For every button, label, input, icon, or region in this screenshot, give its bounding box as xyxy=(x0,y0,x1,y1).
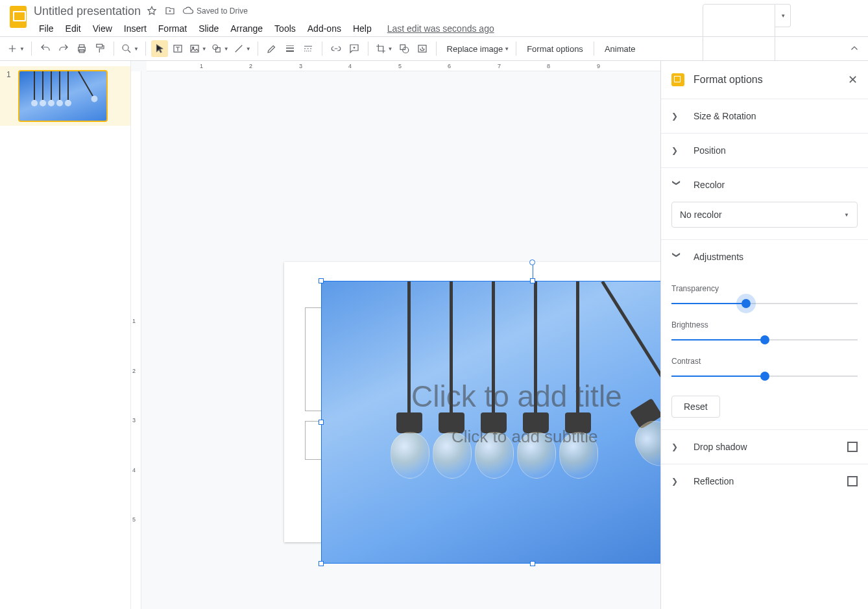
resize-handle-t[interactable] xyxy=(530,278,535,283)
document-title[interactable]: Untitled presentation xyxy=(34,5,141,18)
image-tool[interactable]: ▼ xyxy=(187,40,208,57)
image-surface: Click to add title Click to add subtitle xyxy=(322,281,660,563)
redo-button[interactable] xyxy=(55,40,72,57)
link-button[interactable] xyxy=(328,40,344,57)
svg-rect-7 xyxy=(97,44,102,47)
contrast-slider[interactable] xyxy=(671,370,858,383)
replace-image-button[interactable]: Replace image▼ xyxy=(442,40,511,57)
section-size-rotation[interactable]: ❯ Size & Rotation xyxy=(661,99,868,133)
menu-insert[interactable]: Insert xyxy=(119,21,152,36)
menu-arrange[interactable]: Arrange xyxy=(225,21,268,36)
menu-file[interactable]: File xyxy=(34,21,59,36)
section-position[interactable]: ❯ Position xyxy=(661,134,868,167)
border-weight-button[interactable] xyxy=(282,40,298,57)
star-icon[interactable] xyxy=(146,5,158,17)
rotation-handle[interactable] xyxy=(529,259,535,265)
thumbnail-preview xyxy=(18,70,108,122)
recolor-select[interactable]: No recolor▼ xyxy=(671,202,858,228)
crop-button[interactable]: ▼ xyxy=(374,40,394,57)
chevron-right-icon: ❯ xyxy=(671,477,682,486)
chevron-down-icon: ❯ xyxy=(672,180,681,190)
reset-image-button[interactable] xyxy=(414,40,431,57)
shape-tool[interactable]: ▼ xyxy=(210,40,230,57)
contrast-label: Contrast xyxy=(671,357,858,366)
menu-format[interactable]: Format xyxy=(153,21,192,36)
toolbar: ▼ ▼ ▼ ▼ ▼ ▼ Replace image▼ Format option… xyxy=(0,36,868,61)
new-slide-button[interactable]: ▼ xyxy=(5,40,26,57)
slide-thumbnail-1[interactable]: 1 xyxy=(0,66,130,126)
svg-point-15 xyxy=(402,47,408,53)
resize-handle-l[interactable] xyxy=(319,420,324,425)
svg-rect-10 xyxy=(191,45,199,53)
filmstrip[interactable]: 1 xyxy=(0,61,131,609)
section-adjustments[interactable]: ❯ Adjustments xyxy=(661,240,868,274)
horizontal-ruler: 1 2 3 4 5 6 7 8 9 xyxy=(147,61,660,71)
title-ghost-text: Click to add title xyxy=(411,379,622,414)
slides-logo[interactable] xyxy=(5,4,31,30)
svg-rect-5 xyxy=(79,45,84,47)
chevron-right-icon: ❯ xyxy=(671,146,682,155)
transparency-slider[interactable] xyxy=(671,297,858,310)
menu-addons[interactable]: Add-ons xyxy=(302,21,346,36)
close-panel-button[interactable]: ✕ xyxy=(848,73,858,87)
menu-help[interactable]: Help xyxy=(348,21,377,36)
menu-view[interactable]: View xyxy=(88,21,117,36)
format-options-panel: Format options ✕ ❯ Size & Rotation ❯ Pos… xyxy=(660,61,868,609)
menu-slide[interactable]: Slide xyxy=(193,21,224,36)
mask-button[interactable] xyxy=(396,40,413,57)
menu-bar: File Edit View Insert Format Slide Arran… xyxy=(34,21,631,36)
svg-point-8 xyxy=(123,45,128,51)
animate-button[interactable]: Animate xyxy=(599,40,641,57)
section-reflection[interactable]: ❯ Reflection xyxy=(661,464,868,498)
paint-format-button[interactable] xyxy=(91,40,108,57)
chevron-right-icon: ❯ xyxy=(671,442,682,451)
move-icon[interactable] xyxy=(164,5,176,17)
border-dash-button[interactable] xyxy=(300,40,317,57)
svg-point-12 xyxy=(213,45,218,50)
last-edit-link[interactable]: Last edit was seconds ago xyxy=(387,23,494,34)
reset-button[interactable]: Reset xyxy=(671,396,720,418)
format-options-button[interactable]: Format options xyxy=(522,40,588,57)
section-drop-shadow[interactable]: ❯ Drop shadow xyxy=(661,430,868,464)
menu-edit[interactable]: Edit xyxy=(60,21,86,36)
resize-handle-b[interactable] xyxy=(530,561,535,566)
slide-number: 1 xyxy=(6,70,13,79)
textbox-tool[interactable] xyxy=(169,40,186,57)
brightness-label: Brightness xyxy=(671,320,858,329)
reflection-checkbox[interactable] xyxy=(847,476,858,486)
menu-tools[interactable]: Tools xyxy=(269,21,301,36)
zoom-button[interactable]: ▼ xyxy=(119,40,140,57)
border-color-button[interactable] xyxy=(263,40,280,57)
undo-button[interactable] xyxy=(37,40,54,57)
transparency-label: Transparency xyxy=(671,284,858,293)
chevron-right-icon: ❯ xyxy=(671,112,682,121)
line-tool[interactable]: ▼ xyxy=(232,40,252,57)
select-tool[interactable] xyxy=(151,40,168,57)
drive-status[interactable]: Saved to Drive xyxy=(182,5,248,17)
canvas-area[interactable]: 1 2 3 4 5 6 7 8 9 1 2 3 4 5 xyxy=(131,61,660,609)
print-button[interactable] xyxy=(73,40,90,57)
resize-handle-tl[interactable] xyxy=(319,278,324,283)
main-area: 1 1 2 3 4 5 6 7 8 9 1 2 3 4 5 xyxy=(0,61,868,609)
collapse-toolbar-button[interactable] xyxy=(846,40,863,57)
brightness-slider[interactable] xyxy=(671,333,858,346)
slideshow-dropdown[interactable]: ▼ xyxy=(775,4,791,27)
vertical-ruler: 1 2 3 4 5 xyxy=(131,71,141,609)
comment-button[interactable] xyxy=(346,40,363,57)
chevron-down-icon: ❯ xyxy=(672,252,681,262)
section-recolor[interactable]: ❯ Recolor xyxy=(661,168,868,202)
drop-shadow-checkbox[interactable] xyxy=(847,442,858,452)
format-options-icon xyxy=(671,73,684,86)
svg-rect-13 xyxy=(215,48,220,53)
selected-image[interactable]: Click to add title Click to add subtitle xyxy=(322,281,660,563)
resize-handle-bl[interactable] xyxy=(319,561,324,566)
panel-title: Format options xyxy=(693,74,839,86)
app-header: Untitled presentation Saved to Drive Fil… xyxy=(0,0,868,36)
